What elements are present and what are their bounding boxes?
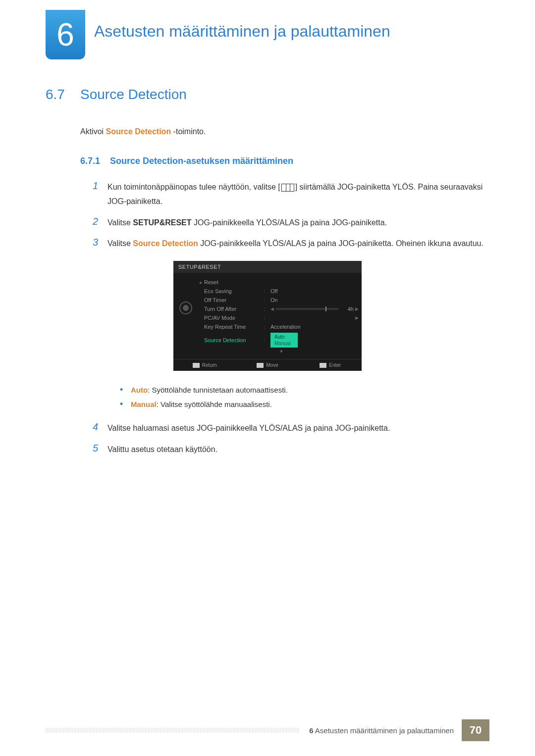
subsection-title: Source Detection-asetuksen määrittäminen — [110, 156, 293, 166]
bullet-manual: • Manual: Valitse syöttölähde manuaalise… — [120, 398, 489, 412]
step-text: Valitse haluamasi asetus JOG-painikkeell… — [107, 421, 390, 436]
osd-enter: Enter — [299, 359, 362, 371]
section-title: Source Detection — [80, 87, 187, 102]
step-text: Valitse Source Detection JOG-painikkeell… — [107, 237, 483, 251]
dropdown-manual: Manual — [274, 340, 291, 347]
intro-text: Aktivoi Source Detection -toiminto. — [80, 127, 489, 136]
chapter-title: Asetusten määrittäminen ja palauttaminen — [94, 22, 390, 41]
osd-row-eco: Eco Saving : Off — [197, 287, 359, 296]
down-arrow-icon: ▼ — [197, 349, 359, 354]
osd-row-repeat: Key Repeat Time : Acceleration — [197, 322, 359, 331]
right-arrow-icon: ▶ — [354, 306, 359, 311]
step-number: 2 — [93, 216, 107, 227]
osd-title: SETUP&RESET — [173, 261, 362, 273]
step-3: 3 Valitse Source Detection JOG-painikkee… — [93, 237, 489, 251]
osd-slider: ◀ — [267, 306, 339, 311]
subsection-heading: 6.7.1 Source Detection-asetuksen määritt… — [80, 156, 489, 166]
section-number: 6.7 — [46, 87, 80, 102]
right-arrow-icon: ▶ — [354, 315, 359, 320]
bullet-list: • Auto: Syöttölähde tunnistetaan automaa… — [120, 383, 489, 411]
osd-row-turnoff: Turn Off After : ◀ 4h ▶ — [197, 304, 359, 313]
step-number: 1 — [93, 180, 107, 192]
osd-row-reset: ▲ Reset — [197, 278, 359, 287]
footer-chapter: 6 Asetusten määrittäminen ja palauttamin… — [309, 726, 454, 735]
bullet-icon: • — [120, 398, 131, 412]
section-heading: 6.7 Source Detection — [46, 87, 489, 102]
gear-icon — [179, 302, 192, 314]
chapter-badge: 6 — [46, 10, 85, 59]
left-arrow-icon: ◀ — [270, 306, 274, 311]
return-icon — [193, 363, 200, 368]
step-text: Valittu asetus otetaan käyttöön. — [107, 443, 217, 457]
step-text: Kun toimintonäppäinopas tulee näyttöön, … — [107, 180, 489, 209]
intro-keyword: Source Detection — [106, 127, 171, 136]
osd-dropdown: Auto Manual — [270, 333, 298, 348]
page-content: 6.7 Source Detection Aktivoi Source Dete… — [46, 87, 489, 464]
osd-row-timer: Off Timer : On — [197, 296, 359, 304]
step-number: 3 — [93, 237, 107, 248]
footer-decoration — [46, 728, 299, 733]
move-icon — [257, 363, 264, 368]
step-5: 5 Valittu asetus otetaan käyttöön. — [93, 443, 489, 457]
up-arrow-icon: ▲ — [197, 280, 204, 285]
page-footer: 6 Asetusten määrittäminen ja palauttamin… — [46, 719, 489, 741]
osd-row-pcav: PC/AV Mode : ▶ — [197, 313, 359, 322]
enter-icon — [320, 363, 326, 368]
osd-return: Return — [173, 359, 236, 371]
bullet-auto: • Auto: Syöttölähde tunnistetaan automaa… — [120, 383, 489, 398]
bullet-icon: • — [120, 383, 131, 398]
step-text: Valitse SETUP&RESET JOG-painikkeella YLÖ… — [107, 216, 387, 230]
osd-move: Move — [236, 359, 299, 371]
page-number: 70 — [462, 719, 489, 741]
step-number: 5 — [93, 443, 107, 454]
osd-footer: Return Move Enter — [173, 359, 362, 371]
step-2: 2 Valitse SETUP&RESET JOG-painikkeella Y… — [93, 216, 489, 230]
subsection-number: 6.7.1 — [80, 156, 110, 166]
osd-menu: SETUP&RESET ▲ Reset Eco Saving : Off Off… — [173, 261, 362, 371]
menu-icon — [281, 184, 294, 192]
step-4: 4 Valitse haluamasi asetus JOG-painikkee… — [93, 421, 489, 436]
chapter-number: 6 — [56, 16, 74, 53]
osd-row-source: Source Detection : Auto Manual — [197, 331, 359, 349]
step-1: 1 Kun toimintonäppäinopas tulee näyttöön… — [93, 180, 489, 209]
dropdown-auto: Auto — [274, 334, 291, 340]
step-number: 4 — [93, 421, 107, 433]
slider-track — [276, 308, 339, 310]
